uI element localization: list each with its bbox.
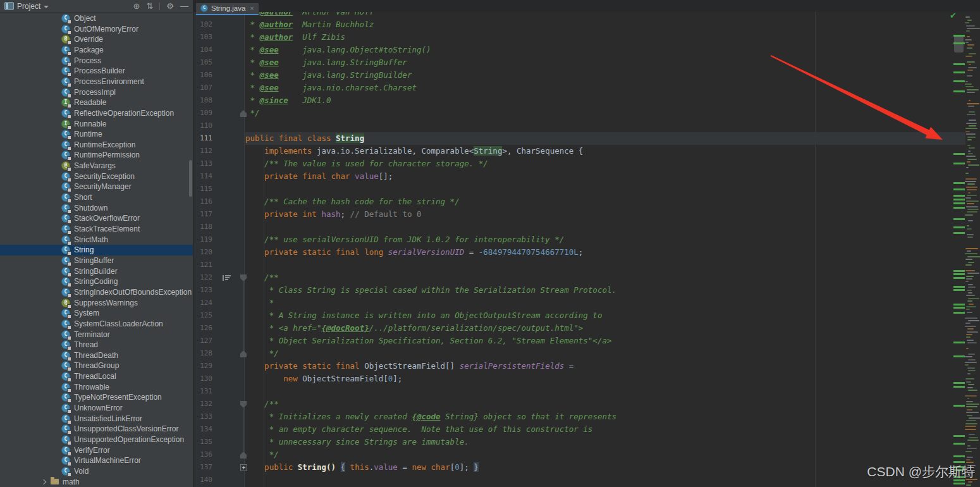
line-number[interactable]: 117 bbox=[193, 208, 212, 221]
tree-item-processenvironment[interactable]: CProcessEnvironment bbox=[0, 76, 193, 87]
change-marker[interactable] bbox=[953, 443, 965, 445]
line-number[interactable]: 115 bbox=[193, 183, 212, 195]
tree-item-stackoverflowerror[interactable]: CStackOverflowError bbox=[0, 213, 193, 224]
change-marker[interactable] bbox=[953, 35, 965, 37]
code-line[interactable]: private int hash; // Default to 0 bbox=[245, 208, 422, 221]
tree-item-shutdown[interactable]: CShutdown bbox=[0, 202, 193, 213]
code-line[interactable]: new ObjectStreamField[0]; bbox=[245, 373, 402, 385]
code-line[interactable]: private static final long serialVersionU… bbox=[245, 246, 583, 259]
tree-item-verifyerror[interactable]: CVerifyError bbox=[0, 445, 193, 455]
line-number[interactable]: 132 bbox=[193, 398, 212, 410]
code-line[interactable]: /** Cache the hash code for the string *… bbox=[245, 195, 460, 208]
tab-string-java[interactable]: C String.java × bbox=[196, 3, 259, 15]
settings-gear-icon[interactable]: ⚙ bbox=[166, 2, 174, 10]
tree-item-thread[interactable]: CThread bbox=[0, 340, 193, 350]
tree-item-process[interactable]: CProcess bbox=[0, 55, 193, 66]
code-line[interactable]: * unnecessary since Strings are immutabl… bbox=[245, 436, 469, 448]
inspection-status-icon[interactable]: ✔ bbox=[950, 11, 957, 20]
code-line[interactable]: */ bbox=[245, 347, 279, 360]
tree-item-system[interactable]: CSystem bbox=[0, 308, 193, 319]
tree-item-runtimeexception[interactable]: CRuntimeException bbox=[0, 139, 193, 150]
line-number[interactable]: 125 bbox=[193, 309, 212, 322]
tree-item-safevarargs[interactable]: @SafeVarargs bbox=[0, 161, 193, 171]
change-marker[interactable] bbox=[953, 304, 965, 305]
line-number[interactable]: 114 bbox=[193, 170, 212, 183]
tree-item-suppresswarnings[interactable]: @SuppressWarnings bbox=[0, 297, 193, 308]
tree-item-stringbuilder[interactable]: CStringBuilder bbox=[0, 266, 193, 276]
tree-item-short[interactable]: CShort bbox=[0, 192, 193, 203]
change-marker[interactable] bbox=[953, 435, 965, 437]
code-line[interactable]: implements java.io.Serializable, Compara… bbox=[245, 145, 583, 157]
code-line[interactable]: /** use serialVersionUID from JDK 1.0.2 … bbox=[245, 233, 564, 246]
tree-item-runnable[interactable]: IRunnable bbox=[0, 118, 193, 129]
line-number[interactable]: 121 bbox=[193, 259, 212, 271]
line-number[interactable]: 118 bbox=[193, 221, 212, 233]
tree-item-object[interactable]: CObject bbox=[0, 13, 193, 24]
tree-item-terminator[interactable]: CTerminator bbox=[0, 329, 193, 340]
code-line[interactable]: * @see java.lang.StringBuffer bbox=[245, 56, 407, 69]
chevron-down-icon[interactable] bbox=[44, 6, 49, 8]
change-marker[interactable] bbox=[953, 270, 965, 272]
editor[interactable]: 101 * @author Arthur van Hoff102 * @auth… bbox=[193, 0, 980, 487]
line-number[interactable]: 134 bbox=[193, 423, 212, 436]
locate-icon[interactable]: ⊕ bbox=[133, 2, 140, 10]
code-line[interactable]: * bbox=[245, 297, 274, 309]
code-line[interactable]: * Class String is special cased within t… bbox=[245, 284, 616, 297]
error-stripe[interactable]: ✔ bbox=[942, 0, 965, 487]
fold-marker-plus[interactable]: + bbox=[240, 464, 247, 471]
tree-item-package[interactable]: CPackage bbox=[0, 44, 193, 55]
tree-item-stringindexoutofboundsexception[interactable]: CStringIndexOutOfBoundsException bbox=[0, 287, 193, 297]
tree-item-virtualmachineerror[interactable]: CVirtualMachineError bbox=[0, 455, 193, 466]
line-number[interactable]: 135 bbox=[193, 436, 212, 448]
tree-item-override[interactable]: @Override bbox=[0, 34, 193, 45]
gutter-intention-icon[interactable] bbox=[223, 275, 233, 281]
code-line[interactable]: * @author Martin Buchholz bbox=[245, 18, 374, 31]
minimap[interactable] bbox=[965, 11, 980, 487]
change-marker[interactable] bbox=[953, 342, 965, 343]
code-line[interactable]: /** bbox=[245, 398, 279, 410]
change-marker[interactable] bbox=[953, 479, 965, 481]
line-number[interactable]: 112 bbox=[193, 145, 212, 157]
line-number[interactable]: 133 bbox=[193, 410, 212, 423]
change-marker[interactable] bbox=[953, 386, 965, 388]
change-marker[interactable] bbox=[953, 289, 965, 291]
line-number[interactable]: 122 bbox=[193, 271, 212, 284]
hide-panel-icon[interactable]: — bbox=[180, 2, 188, 10]
code-line[interactable]: private final char value[]; bbox=[245, 170, 393, 183]
change-marker[interactable] bbox=[953, 469, 965, 471]
tree-item-runtime[interactable]: CRuntime bbox=[0, 129, 193, 140]
tree-item-outofmemoryerror[interactable]: COutOfMemoryError bbox=[0, 23, 193, 34]
line-number[interactable]: 130 bbox=[193, 373, 212, 385]
change-marker[interactable] bbox=[953, 80, 965, 82]
line-number[interactable]: 136 bbox=[193, 448, 212, 461]
line-number[interactable]: 110 bbox=[193, 120, 212, 132]
tree-item-runtimepermission[interactable]: CRuntimePermission bbox=[0, 150, 193, 161]
tree-item-threadlocal[interactable]: CThreadLocal bbox=[0, 371, 193, 382]
code-line[interactable]: * @see java.nio.charset.Charset bbox=[245, 82, 417, 94]
change-marker[interactable] bbox=[953, 273, 965, 275]
line-number[interactable]: 120 bbox=[193, 246, 212, 259]
tree-item-stringcoding[interactable]: CStringCoding bbox=[0, 276, 193, 287]
change-marker[interactable] bbox=[953, 195, 965, 197]
code-line[interactable]: public final class String bbox=[245, 132, 364, 145]
change-marker[interactable] bbox=[953, 188, 965, 190]
change-marker[interactable] bbox=[953, 163, 965, 164]
code-line[interactable]: * Object Serialization Specification, Se… bbox=[245, 335, 611, 347]
change-marker[interactable] bbox=[953, 455, 965, 457]
line-number[interactable]: 113 bbox=[193, 157, 212, 170]
tree-item-void[interactable]: CVoid bbox=[0, 465, 193, 476]
code-line[interactable]: * <a href="{@docRoot}/../platform/serial… bbox=[245, 322, 583, 335]
tree-item-unknownerror[interactable]: CUnknownError bbox=[0, 403, 193, 414]
tree-item-unsatisfiedlinkerror[interactable]: CUnsatisfiedLinkError bbox=[0, 413, 193, 424]
change-marker[interactable] bbox=[953, 207, 965, 209]
line-number[interactable]: 119 bbox=[193, 233, 212, 246]
change-marker[interactable] bbox=[953, 199, 965, 200]
line-number[interactable]: 131 bbox=[193, 385, 212, 398]
code-line[interactable]: * @author Ulf Zibis bbox=[245, 31, 345, 44]
line-number[interactable]: 108 bbox=[193, 94, 212, 107]
code-line[interactable]: * @see java.lang.Object#toString() bbox=[245, 44, 431, 56]
line-number[interactable]: 137 bbox=[193, 461, 212, 474]
change-marker[interactable] bbox=[953, 476, 965, 478]
line-number[interactable]: 128 bbox=[193, 347, 212, 360]
project-title[interactable]: Project bbox=[17, 2, 40, 11]
